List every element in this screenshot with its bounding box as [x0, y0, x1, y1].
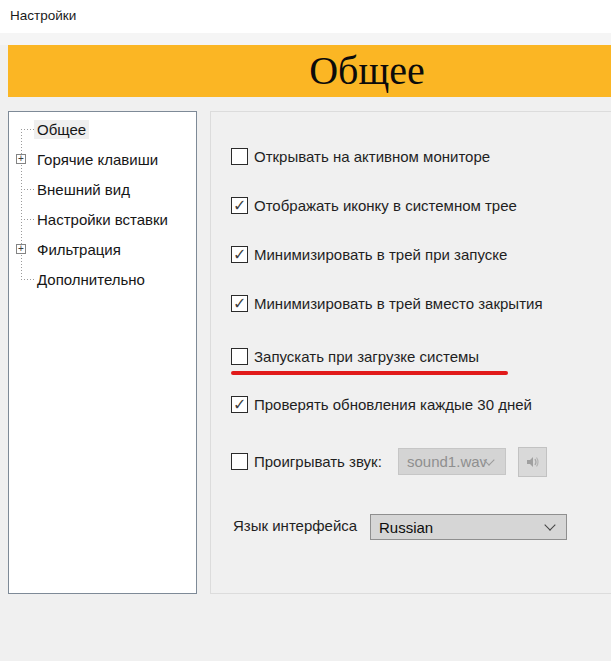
sound-file-dropdown[interactable]: sound1.wav — [398, 448, 506, 475]
language-dropdown[interactable]: Russian — [370, 514, 567, 540]
sidebar-item-label: Общее — [34, 120, 89, 139]
sidebar-item-label: Дополнительно — [37, 271, 145, 288]
check-icon: ✓ — [233, 196, 246, 215]
sidebar-item-label: Настройки вставки — [37, 211, 168, 228]
checkbox-row-play-sound[interactable]: ✓ Проигрывать звук: — [231, 451, 382, 471]
checkbox[interactable]: ✓ — [231, 197, 248, 214]
settings-panel: ✓ Открывать на активном мониторе ✓ Отобр… — [210, 111, 611, 594]
checkbox-row-show-tray-icon[interactable]: ✓ Отображать иконку в системном трее — [231, 195, 517, 215]
sidebar-item-label: Горячие клавиши — [37, 151, 158, 168]
expand-plus-icon[interactable]: + — [16, 244, 26, 254]
sidebar-item-paste-settings[interactable]: Настройки вставки — [9, 204, 196, 234]
window-titlebar: Настройки — [0, 0, 611, 33]
checkbox-row-run-at-startup[interactable]: ✓ Запускать при загрузке системы — [231, 346, 479, 366]
sidebar-item-label: Фильтрация — [37, 241, 121, 258]
tree-stub — [21, 219, 35, 220]
checkbox-label: Проверять обновления каждые 30 дней — [254, 396, 532, 413]
checkbox-row-check-updates[interactable]: ✓ Проверять обновления каждые 30 дней — [231, 394, 532, 414]
checkbox[interactable]: ✓ — [231, 295, 248, 312]
page-title: Общее — [8, 51, 611, 91]
checkbox-label: Отображать иконку в системном трее — [254, 197, 517, 214]
language-label: Язык интерфейса — [233, 517, 357, 534]
checkbox[interactable]: ✓ — [231, 148, 248, 165]
titlebar-divider — [0, 33, 611, 45]
checkbox-row-open-on-active-monitor[interactable]: ✓ Открывать на активном мониторе — [231, 146, 490, 166]
checkbox-row-minimize-on-start[interactable]: ✓ Минимизировать в трей при запуске — [231, 244, 507, 264]
check-icon: ✓ — [233, 294, 246, 313]
speaker-icon — [525, 454, 541, 470]
sound-file-value: sound1.wav — [407, 453, 487, 470]
checkbox-row-minimize-instead-close[interactable]: ✓ Минимизировать в трей вместо закрытия — [231, 293, 543, 313]
checkbox-label: Запускать при загрузке системы — [254, 348, 479, 365]
language-value: Russian — [379, 519, 433, 536]
checkbox-label: Проигрывать звук: — [254, 453, 382, 470]
sidebar-item-filtering[interactable]: + Фильтрация — [9, 234, 196, 264]
tree-stub — [21, 189, 35, 190]
page-header: Общее — [8, 45, 611, 97]
sidebar-item-general[interactable]: Общее — [9, 114, 196, 144]
chevron-down-icon — [544, 519, 555, 530]
sidebar-item-label: Внешний вид — [37, 181, 130, 198]
checkbox-label: Минимизировать в трей вместо закрытия — [254, 295, 543, 312]
checkbox-label: Открывать на активном мониторе — [254, 148, 490, 165]
checkbox[interactable]: ✓ — [231, 246, 248, 263]
check-icon: ✓ — [233, 395, 246, 414]
sidebar-item-advanced[interactable]: Дополнительно — [9, 264, 196, 294]
tree-stub — [21, 279, 35, 280]
sidebar-item-appearance[interactable]: Внешний вид — [9, 174, 196, 204]
window-title: Настройки — [10, 8, 76, 23]
checkbox[interactable]: ✓ — [231, 453, 248, 470]
checkbox[interactable]: ✓ — [231, 348, 248, 365]
annotation-underline — [231, 371, 508, 375]
tree-stub — [21, 129, 35, 130]
settings-tree: Общее + Горячие клавиши Внешний вид Наст… — [8, 111, 197, 594]
checkbox[interactable]: ✓ — [231, 396, 248, 413]
sidebar-item-hotkeys[interactable]: + Горячие клавиши — [9, 144, 196, 174]
play-sound-button[interactable] — [518, 447, 547, 477]
check-icon: ✓ — [233, 245, 246, 264]
checkbox-label: Минимизировать в трей при запуске — [254, 246, 507, 263]
expand-plus-icon[interactable]: + — [16, 154, 26, 164]
